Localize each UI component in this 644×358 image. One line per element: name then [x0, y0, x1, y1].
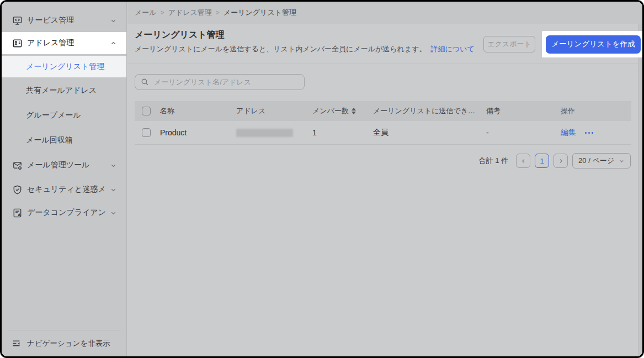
column-header-note: 備考 — [486, 106, 561, 116]
pagination: 合計 1 件 1 20 / ページ — [479, 153, 631, 169]
edit-link[interactable]: 編集 — [561, 128, 576, 138]
sidebar-footer-divider — [7, 330, 121, 330]
monitor-code-icon — [12, 15, 23, 26]
page-size-select[interactable]: 20 / ページ — [572, 153, 631, 169]
breadcrumb-separator: > — [216, 9, 220, 17]
next-page-button[interactable] — [553, 154, 568, 168]
breadcrumb-item-current: メーリングリスト管理 — [223, 8, 296, 18]
redacted-address — [236, 129, 293, 137]
sidebar-item-label: メール管理ツール — [27, 160, 105, 170]
main-content: メール > アドレス管理 > メーリングリスト管理 メーリングリスト管理 メーリ… — [127, 2, 642, 356]
mailing-list-table: 名称 アドレス メンバー数 メーリングリストに送信でき… 備考 操作 Produ… — [135, 101, 631, 145]
chevron-up-icon — [110, 40, 118, 47]
export-button[interactable]: エクスポート — [483, 36, 535, 52]
cell-members: 1 — [312, 128, 373, 137]
document-compliance-icon — [12, 207, 23, 218]
sidebar-subitem-label: 共有メールアドレス — [26, 86, 97, 96]
sidebar-subitem-label: グループメール — [26, 110, 81, 120]
sidebar-item-shared-mail-address[interactable]: 共有メールアドレス — [2, 80, 126, 101]
more-actions-icon[interactable] — [585, 132, 593, 134]
table-row: Product 1 全員 - 編集 — [135, 121, 631, 145]
column-header-send-permission: メーリングリストに送信でき… — [373, 106, 486, 116]
window-content: サービス管理 アドレス管理 — [2, 2, 642, 356]
column-header-name: 名称 — [160, 106, 236, 116]
chevron-down-icon — [619, 158, 625, 164]
shield-check-icon — [12, 184, 23, 195]
sidebar: サービス管理 アドレス管理 — [2, 2, 127, 356]
cell-actions: 編集 — [561, 128, 631, 138]
sidebar-subitem-label: メール回収箱 — [26, 135, 73, 145]
scrollbar-gutter[interactable] — [638, 24, 642, 356]
chevron-down-icon — [110, 209, 118, 217]
page-description-text: メーリングリストにメールを送信すると、リスト内メンバー全員にメールが送られます。 — [135, 45, 427, 53]
mail-gear-icon — [12, 160, 23, 171]
hide-navigation-button[interactable]: ナビゲーションを非表示 — [2, 331, 126, 356]
cell-name: Product — [160, 128, 236, 137]
sidebar-item-mail-tools[interactable]: メール管理ツール — [2, 154, 126, 176]
table-header-row: 名称 アドレス メンバー数 メーリングリストに送信でき… 備考 操作 — [135, 101, 631, 121]
cell-note: - — [486, 128, 561, 137]
row-checkbox[interactable] — [142, 128, 151, 137]
header-divider — [127, 64, 638, 64]
breadcrumb-separator: > — [161, 9, 164, 17]
search-icon — [141, 78, 149, 86]
page-description: メーリングリストにメールを送信すると、リスト内メンバー全員にメールが送られます。… — [135, 44, 475, 54]
sidebar-subitem-label: メーリングリスト管理 — [26, 62, 104, 72]
search-input[interactable] — [153, 77, 299, 87]
cell-send-permission: 全員 — [373, 128, 486, 138]
sidebar-item-data-compliance[interactable]: データコンプライアンス — [2, 202, 126, 224]
sidebar-item-address-management[interactable]: アドレス管理 — [2, 32, 126, 54]
previous-page-button[interactable] — [516, 154, 530, 168]
chevron-down-icon — [110, 186, 118, 193]
select-all-checkbox[interactable] — [142, 107, 151, 115]
breadcrumb: メール > アドレス管理 > メーリングリスト管理 — [127, 2, 642, 24]
page-title: メーリングリスト管理 — [135, 29, 225, 41]
details-link[interactable]: 詳細について — [431, 45, 475, 53]
sort-icon[interactable] — [352, 108, 356, 114]
column-header-actions: 操作 — [561, 106, 631, 116]
column-header-members-label: メンバー数 — [312, 106, 349, 116]
collapse-nav-icon — [12, 339, 22, 349]
sidebar-item-group-mail[interactable]: グループメール — [2, 105, 126, 126]
cell-address — [236, 129, 312, 137]
sidebar-item-label: データコンプライアンス — [27, 208, 105, 218]
highlight-box: メーリングリストを作成 — [542, 31, 642, 57]
page-size-label: 20 / ページ — [578, 156, 614, 166]
sidebar-item-mailing-list-management[interactable]: メーリングリスト管理 — [2, 56, 126, 77]
sidebar-item-label: サービス管理 — [27, 15, 105, 25]
search-box — [135, 74, 305, 90]
breadcrumb-item-mail[interactable]: メール — [135, 8, 157, 18]
address-book-icon — [12, 38, 23, 49]
chevron-down-icon — [110, 162, 118, 169]
sidebar-item-security-spam[interactable]: セキュリティと迷惑メ… — [2, 178, 126, 201]
chevron-down-icon — [110, 17, 118, 24]
breadcrumb-item-address-management[interactable]: アドレス管理 — [168, 8, 212, 18]
page-number-button[interactable]: 1 — [535, 154, 549, 168]
create-mailing-list-button[interactable]: メーリングリストを作成 — [546, 35, 641, 54]
app-window: サービス管理 アドレス管理 — [0, 0, 644, 358]
sidebar-item-label: アドレス管理 — [27, 38, 105, 48]
sidebar-item-mail-recovery-box[interactable]: メール回収箱 — [2, 130, 126, 151]
row-checkbox-cell — [135, 128, 160, 137]
hide-navigation-label: ナビゲーションを非表示 — [27, 339, 110, 349]
sidebar-item-label: セキュリティと迷惑メ… — [27, 185, 105, 194]
sidebar-item-service-management[interactable]: サービス管理 — [2, 9, 126, 31]
header-checkbox-cell — [135, 107, 160, 115]
column-header-address: アドレス — [236, 106, 312, 116]
column-header-members: メンバー数 — [312, 106, 373, 116]
pagination-total: 合計 1 件 — [479, 156, 508, 166]
